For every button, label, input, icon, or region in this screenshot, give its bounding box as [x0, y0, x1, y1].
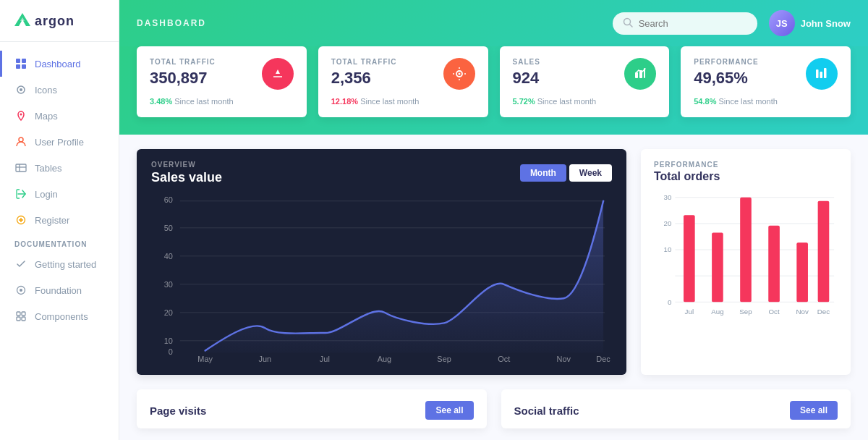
svg-rect-66	[712, 233, 723, 302]
sidebar-item-login[interactable]: Login	[0, 181, 119, 207]
svg-text:Aug: Aug	[378, 355, 391, 363]
search-box[interactable]	[613, 12, 757, 35]
svg-rect-17	[17, 312, 20, 316]
stat-value: 49,65%	[694, 69, 758, 88]
social-traffic-see-all-button[interactable]: See all	[790, 401, 838, 420]
content-area: OVERVIEW Sales value Month Week 60	[119, 135, 868, 389]
orders-bar-chart: 30 20 10 0	[654, 190, 838, 331]
tables-icon	[14, 161, 27, 174]
svg-text:30: 30	[664, 193, 672, 201]
svg-rect-20	[22, 317, 25, 321]
stat-value: 924	[513, 69, 540, 88]
sidebar-item-label: Maps	[35, 111, 58, 122]
stat-icon	[262, 58, 294, 90]
sidebar-nav: Dashboard Icons Maps	[0, 42, 119, 440]
avatar: JS	[769, 10, 795, 36]
svg-point-24	[458, 73, 460, 75]
sidebar-item-getting-started[interactable]: Getting started	[0, 251, 119, 277]
svg-text:10: 10	[664, 245, 672, 253]
svg-point-5	[20, 88, 22, 91]
sidebar-item-foundation[interactable]: Foundation	[0, 277, 119, 303]
svg-text:0: 0	[169, 347, 173, 356]
stat-card-performance: PERFORMANCE 49,65% 54.8% Since last mont…	[681, 46, 851, 117]
maps-icon	[14, 109, 27, 122]
svg-text:20: 20	[164, 308, 173, 317]
stat-footer: 54.8% Since last month	[694, 97, 838, 106]
svg-rect-34	[824, 68, 827, 78]
svg-rect-19	[17, 317, 20, 321]
svg-text:0: 0	[668, 298, 672, 306]
svg-point-16	[20, 289, 22, 292]
sidebar-item-label: Components	[35, 311, 88, 322]
svg-text:Nov: Nov	[796, 308, 808, 316]
chart-title: Sales value	[151, 170, 222, 185]
header-right: JS John Snow	[613, 10, 851, 36]
main-content: DASHBOARD JS John Snow	[119, 0, 868, 440]
stat-value: 350,897	[150, 69, 216, 88]
sidebar-item-label: Dashboard	[35, 59, 81, 69]
svg-rect-1	[22, 59, 26, 63]
sidebar-item-components[interactable]: Components	[0, 303, 119, 329]
stat-change: 5.72%	[513, 97, 535, 106]
chart-toggle: Month Week	[520, 164, 612, 182]
svg-text:Jul: Jul	[320, 355, 330, 363]
svg-rect-2	[16, 64, 20, 69]
chart-overview-label: OVERVIEW	[151, 161, 222, 169]
svg-text:Nov: Nov	[557, 355, 571, 363]
logo[interactable]: argon	[0, 0, 119, 42]
stat-label: PERFORMANCE	[694, 58, 758, 66]
logo-text: argon	[35, 14, 75, 29]
stat-label: TOTAL TRAFFIC	[331, 58, 397, 66]
stat-footer: 12.18% Since last month	[331, 97, 475, 106]
svg-line-22	[629, 24, 632, 27]
social-traffic-card: Social traffic See all	[501, 389, 851, 428]
sidebar: argon Dashboard Icons	[0, 0, 119, 440]
svg-text:May: May	[197, 355, 213, 363]
sidebar-item-tables[interactable]: Tables	[0, 155, 119, 181]
stat-change-text: Since last month	[537, 97, 596, 106]
sidebar-item-maps[interactable]: Maps	[0, 103, 119, 129]
sidebar-item-register[interactable]: Register	[0, 207, 119, 233]
svg-text:20: 20	[664, 219, 672, 227]
svg-rect-65	[684, 215, 695, 302]
svg-text:Oct: Oct	[768, 308, 779, 316]
stat-change: 12.18%	[331, 97, 358, 106]
page-visits-see-all-button[interactable]: See all	[425, 401, 473, 420]
svg-rect-18	[22, 312, 25, 316]
svg-rect-69	[796, 242, 808, 302]
page-visits-title: Page visits	[150, 405, 206, 417]
stats-area: TOTAL TRAFFIC 350,897 3.48% Since last m…	[119, 46, 868, 135]
month-button[interactable]: Month	[520, 164, 566, 182]
stat-change: 3.48%	[150, 97, 172, 106]
sidebar-item-label: Tables	[35, 163, 62, 174]
svg-text:60: 60	[164, 195, 173, 204]
logo-icon	[14, 13, 30, 30]
sidebar-item-label: Login	[35, 189, 58, 200]
week-button[interactable]: Week	[569, 164, 612, 182]
svg-rect-8	[16, 164, 26, 172]
stat-card-sales: SALES 924 5.72% Since last mon	[500, 46, 670, 117]
sidebar-item-icons[interactable]: Icons	[0, 77, 119, 103]
sidebar-item-label: Foundation	[35, 285, 82, 296]
svg-rect-67	[740, 198, 752, 302]
user-profile[interactable]: JS John Snow	[769, 10, 851, 36]
orders-label: PERFORMANCE	[654, 161, 838, 169]
stat-change-text: Since last month	[719, 97, 778, 106]
svg-point-7	[19, 138, 23, 142]
sidebar-item-label: Register	[35, 215, 69, 226]
search-input[interactable]	[639, 18, 747, 29]
stat-footer: 3.48% Since last month	[150, 97, 294, 106]
sidebar-item-user-profile[interactable]: User Profile	[0, 129, 119, 155]
svg-text:40: 40	[164, 252, 173, 261]
svg-rect-70	[818, 201, 830, 302]
stats-grid: TOTAL TRAFFIC 350,897 3.48% Since last m…	[137, 46, 851, 117]
svg-text:30: 30	[164, 280, 173, 289]
sales-line-chart: 60 50 40 30 20 10 0 May Jun Jul Aug Sep …	[151, 194, 612, 363]
sidebar-item-label: Getting started	[35, 259, 96, 270]
social-traffic-title: Social traffic	[514, 405, 579, 417]
sidebar-item-dashboard[interactable]: Dashboard	[0, 51, 119, 77]
svg-text:Dec: Dec	[817, 308, 830, 316]
svg-text:Dec: Dec	[596, 355, 610, 363]
getting-started-icon	[14, 258, 27, 271]
bottom-cards: Page visits See all Social traffic See a…	[119, 389, 868, 440]
